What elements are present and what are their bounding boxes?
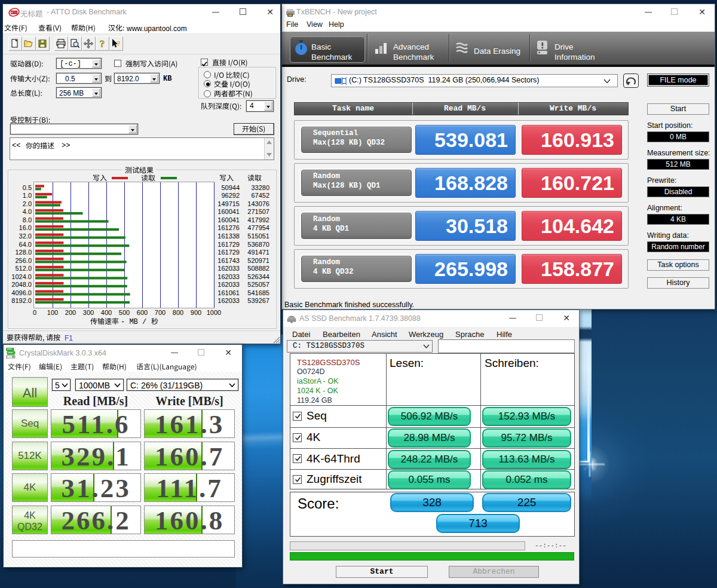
- svg-text:?: ?: [100, 39, 105, 48]
- svg-text:?: ?: [117, 39, 121, 48]
- svg-text:ATTO: ATTO: [11, 11, 17, 14]
